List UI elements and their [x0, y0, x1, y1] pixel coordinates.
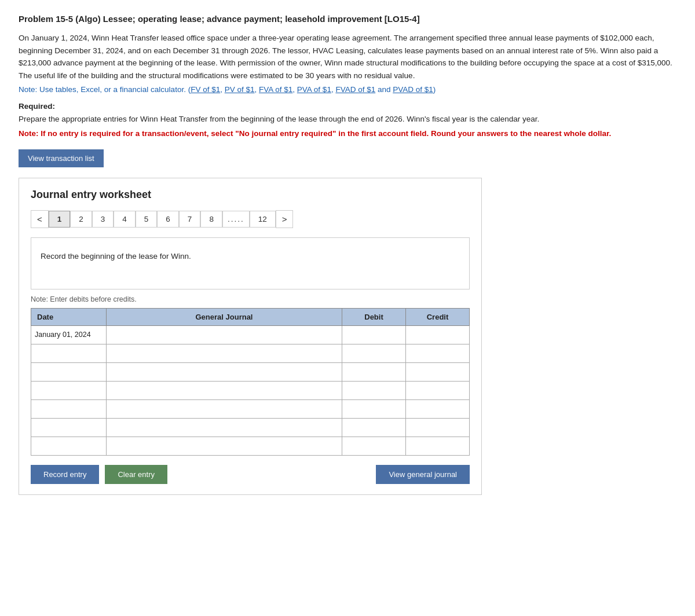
th-date: Date [31, 308, 107, 325]
table-row [31, 344, 470, 362]
instruction-box: Record the beginning of the lease for Wi… [31, 237, 470, 289]
debit-cell-4[interactable] [342, 381, 406, 399]
gj-input-3[interactable] [107, 363, 342, 381]
table-row [31, 418, 470, 437]
required-text: Prepare the appropriate entries for Winn… [19, 113, 676, 126]
note-debits: Note: Enter debits before credits. [31, 295, 470, 303]
debit-cell-6[interactable] [342, 418, 406, 437]
debit-input-5[interactable] [342, 400, 405, 418]
instruction-text: Record the beginning of the lease for Wi… [41, 252, 191, 261]
date-cell-1: January 01, 2024 [31, 325, 107, 344]
tab-prev-button[interactable]: < [31, 210, 49, 228]
debit-input-6[interactable] [342, 419, 405, 437]
debit-input-3[interactable] [342, 363, 405, 381]
required-label: Required: [19, 102, 676, 111]
tabs-row: < 1 2 3 4 5 6 7 8 ..... 12 > [31, 210, 470, 228]
th-debit: Debit [342, 308, 406, 325]
credit-input-4[interactable] [406, 382, 469, 399]
tab-2[interactable]: 2 [70, 211, 92, 228]
credit-cell-6[interactable] [406, 418, 470, 437]
debit-input-1[interactable] [342, 326, 405, 344]
tab-5[interactable]: 5 [136, 211, 158, 228]
tab-next-button[interactable]: > [276, 210, 294, 228]
table-row [31, 381, 470, 399]
worksheet-container: Journal entry worksheet < 1 2 3 4 5 6 7 … [19, 178, 482, 495]
tab-1[interactable]: 1 [49, 211, 71, 228]
note-red: Note: If no entry is required for a tran… [19, 129, 676, 138]
view-transaction-button[interactable]: View transaction list [19, 149, 104, 167]
credit-cell-3[interactable] [406, 362, 470, 381]
debit-cell-5[interactable] [342, 399, 406, 418]
debit-input-2[interactable] [342, 344, 405, 362]
fv-link[interactable]: FV of $1 [191, 85, 220, 94]
button-row: Record entry Clear entry View general jo… [31, 465, 470, 484]
gj-cell-2[interactable] [107, 344, 342, 362]
table-row: January 01, 2024 [31, 325, 470, 344]
credit-cell-5[interactable] [406, 399, 470, 418]
th-credit: Credit [406, 308, 470, 325]
credit-input-7[interactable] [406, 437, 469, 455]
journal-table: Date General Journal Debit Credit Januar… [31, 308, 470, 456]
gj-cell-3[interactable] [107, 362, 342, 381]
debit-input-4[interactable] [342, 382, 405, 399]
date-cell-3 [31, 362, 107, 381]
gj-input-2[interactable] [107, 344, 342, 362]
gj-cell-6[interactable] [107, 418, 342, 437]
worksheet-title: Journal entry worksheet [31, 189, 470, 201]
debit-cell-1[interactable] [342, 325, 406, 344]
tab-7[interactable]: 7 [179, 211, 201, 228]
credit-cell-7[interactable] [406, 437, 470, 455]
credit-cell-2[interactable] [406, 344, 470, 362]
gj-input-5[interactable] [107, 400, 342, 418]
pva-link[interactable]: PVA of $1 [297, 85, 331, 94]
note-calculator-links: (FV of $1, PV of $1, FVA of $1, PVA of $… [188, 85, 436, 94]
date-cell-6 [31, 418, 107, 437]
tab-12[interactable]: 12 [250, 211, 276, 228]
note-calculator: Note: Use tables, Excel, or a financial … [19, 85, 676, 94]
credit-input-6[interactable] [406, 419, 469, 437]
view-general-journal-button[interactable]: View general journal [376, 465, 470, 484]
tab-6[interactable]: 6 [157, 211, 179, 228]
date-cell-5 [31, 399, 107, 418]
gj-cell-7[interactable] [107, 437, 342, 455]
debit-cell-7[interactable] [342, 437, 406, 455]
debit-input-7[interactable] [342, 437, 405, 455]
gj-input-4[interactable] [107, 382, 342, 399]
fva-link[interactable]: FVA of $1 [259, 85, 292, 94]
table-row [31, 437, 470, 455]
gj-input-7[interactable] [107, 437, 342, 455]
debit-cell-3[interactable] [342, 362, 406, 381]
date-cell-4 [31, 381, 107, 399]
gj-input-6[interactable] [107, 419, 342, 437]
gj-input-1[interactable] [107, 326, 342, 344]
credit-input-3[interactable] [406, 363, 469, 381]
pvad-link[interactable]: PVAD of $1 [393, 85, 433, 94]
table-row [31, 399, 470, 418]
clear-entry-button[interactable]: Clear entry [105, 465, 167, 484]
fvad-link[interactable]: FVAD of $1 [335, 85, 375, 94]
th-general-journal: General Journal [107, 308, 342, 325]
credit-cell-1[interactable] [406, 325, 470, 344]
tab-ellipsis: ..... [222, 211, 250, 228]
tab-3[interactable]: 3 [92, 211, 114, 228]
tab-4[interactable]: 4 [114, 211, 136, 228]
gj-cell-1[interactable] [107, 325, 342, 344]
credit-input-5[interactable] [406, 400, 469, 418]
tab-8[interactable]: 8 [200, 211, 222, 228]
pv-link[interactable]: PV of $1 [225, 85, 255, 94]
gj-cell-4[interactable] [107, 381, 342, 399]
date-cell-2 [31, 344, 107, 362]
credit-cell-4[interactable] [406, 381, 470, 399]
problem-title: Problem 15-5 (Algo) Lessee; operating le… [19, 14, 676, 24]
record-entry-button[interactable]: Record entry [31, 465, 99, 484]
debit-cell-2[interactable] [342, 344, 406, 362]
credit-input-2[interactable] [406, 344, 469, 362]
date-cell-7 [31, 437, 107, 455]
intro-text: On January 1, 2024, Winn Heat Transfer l… [19, 32, 676, 82]
table-row [31, 362, 470, 381]
credit-input-1[interactable] [406, 326, 469, 344]
gj-cell-5[interactable] [107, 399, 342, 418]
